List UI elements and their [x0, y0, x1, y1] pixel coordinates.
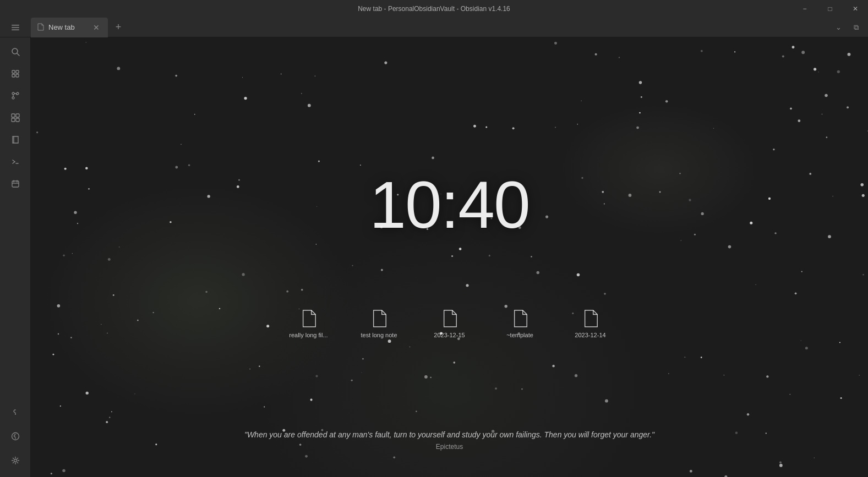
tab-bar: New tab ✕ + ⌄ ⧉ [0, 18, 868, 37]
recent-file-name-2: test long note [357, 332, 401, 338]
recent-file-5[interactable]: 2023-12-14 [569, 310, 613, 338]
recent-file-3[interactable]: 2023-12-15 [428, 310, 472, 338]
file-icon-2 [372, 310, 387, 327]
recent-file-name-4: ~template [498, 332, 542, 338]
recent-file-4[interactable]: ~template [498, 310, 542, 338]
file-icon-4 [512, 310, 528, 327]
tab-close-button[interactable]: ✕ [91, 23, 101, 32]
sidebar-item-settings[interactable] [6, 451, 25, 470]
svg-point-11 [12, 97, 14, 99]
main-layout: 10:40 really long fil... test long note [0, 37, 868, 477]
svg-rect-6 [16, 70, 19, 73]
minimize-button[interactable]: − [792, 0, 817, 18]
sidebar-item-search[interactable] [6, 42, 25, 62]
clock-time: 10:40 [369, 172, 529, 238]
quote-author: Epictetus [202, 443, 697, 451]
file-icon-3 [442, 310, 457, 327]
sidebar-item-calendar[interactable] [6, 174, 25, 194]
svg-rect-13 [16, 114, 19, 117]
svg-rect-2 [12, 29, 19, 30]
svg-rect-5 [12, 70, 15, 73]
maximize-button[interactable]: □ [817, 0, 843, 18]
sidebar-item-git[interactable] [6, 86, 25, 106]
tab-bar-right: ⌄ ⧉ [831, 20, 868, 35]
svg-rect-17 [12, 181, 19, 187]
recent-file-name-1: really long fil... [287, 332, 331, 338]
svg-point-24 [14, 459, 17, 462]
tab-file-icon [37, 23, 44, 32]
sidebar-bottom [6, 402, 25, 477]
svg-line-4 [17, 53, 19, 56]
svg-point-22 [12, 433, 19, 440]
svg-point-23 [15, 438, 16, 439]
clock-container: 10:40 [369, 172, 529, 238]
recent-file-name-3: 2023-12-15 [428, 332, 472, 338]
recent-file-2[interactable]: test long note [357, 310, 401, 338]
sidebar-toggle-button[interactable] [0, 18, 31, 37]
svg-rect-7 [12, 74, 15, 77]
close-button[interactable]: ✕ [843, 0, 868, 18]
svg-rect-12 [12, 114, 15, 117]
svg-rect-0 [12, 25, 19, 26]
svg-point-9 [12, 92, 14, 95]
tab-new-tab[interactable]: New tab ✕ [31, 18, 108, 37]
title-bar: New tab - PersonalObsidianVault - Obsidi… [0, 0, 868, 18]
background [31, 37, 868, 477]
tab-dropdown-button[interactable]: ⌄ [831, 20, 846, 35]
sidebar-item-help-plugin[interactable] [6, 402, 25, 422]
sidebar-item-terminal[interactable] [6, 152, 25, 172]
svg-rect-8 [16, 74, 19, 77]
recent-file-1[interactable]: really long fil... [287, 310, 331, 338]
sidebar-item-graph[interactable] [6, 108, 25, 128]
recent-file-name-5: 2023-12-14 [569, 332, 613, 338]
svg-rect-15 [16, 118, 19, 122]
sidebar-item-files[interactable] [6, 64, 25, 84]
sidebar-item-help[interactable] [6, 426, 25, 446]
title-bar-controls: − □ ✕ [792, 0, 868, 18]
title-bar-title: New tab - PersonalObsidianVault - Obsidi… [358, 5, 510, 13]
file-icon-1 [301, 310, 316, 327]
new-tab-button[interactable]: + [110, 19, 127, 36]
tab-label: New tab [48, 23, 87, 31]
quote-text: "When you are offended at any man's faul… [202, 429, 697, 441]
tab-layout-button[interactable]: ⧉ [848, 20, 864, 35]
svg-rect-14 [12, 118, 15, 122]
file-icon-5 [583, 310, 598, 327]
sidebar-item-pages[interactable] [6, 130, 25, 150]
recent-files: really long fil... test long note 2023-1… [287, 310, 613, 338]
svg-point-21 [15, 414, 16, 415]
quote-container: "When you are offended at any man's faul… [202, 429, 697, 451]
svg-rect-1 [12, 27, 19, 28]
sidebar [0, 37, 31, 477]
main-content: 10:40 really long fil... test long note [31, 37, 868, 477]
